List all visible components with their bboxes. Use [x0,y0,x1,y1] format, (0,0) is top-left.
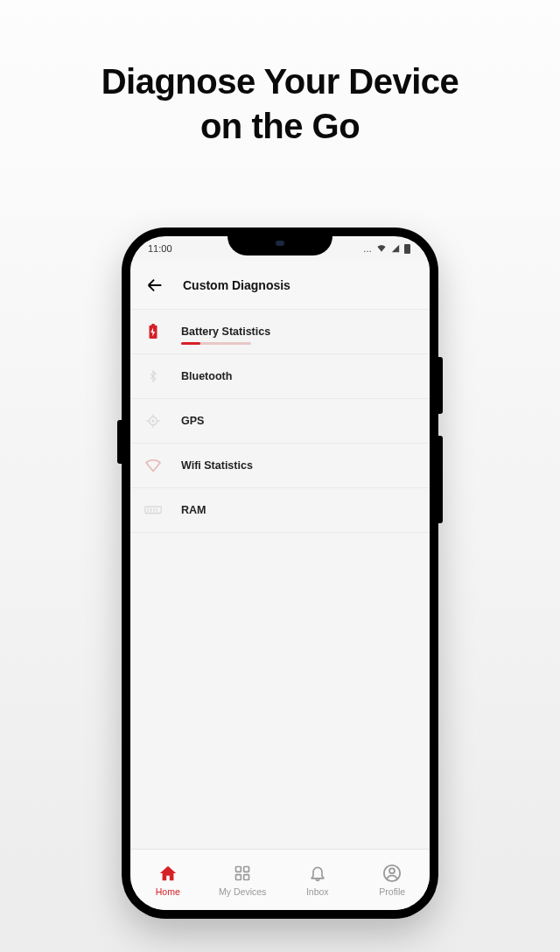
nav-label: Profile [379,886,405,897]
svg-point-10 [389,868,395,873]
progress-fill [181,342,200,345]
status-icons: … [363,244,410,254]
ram-icon [144,501,162,519]
nav-inbox[interactable]: Inbox [280,850,355,910]
back-arrow-icon [145,276,164,295]
list-item-ram[interactable]: RAM [130,488,430,533]
devices-icon [233,864,252,883]
bluetooth-icon [144,368,162,385]
nav-label: Inbox [306,886,329,897]
signal-icon [390,244,401,253]
list-item-battery[interactable]: Battery Statistics [130,310,430,354]
item-label: Wifi Statistics [181,459,253,472]
svg-rect-6 [244,866,249,872]
bottom-nav: Home My Devices Inbox [130,849,430,910]
list-item-gps[interactable]: GPS [130,399,430,444]
nav-profile[interactable]: Profile [355,850,430,910]
svg-point-3 [152,420,155,423]
bell-icon [308,864,327,883]
back-button[interactable] [143,273,167,298]
header-title: Custom Diagnosis [183,278,290,292]
battery-status-icon [404,244,410,254]
nav-devices[interactable]: My Devices [206,850,281,910]
marketing-heading: Diagnose Your Device on the Go [0,0,560,149]
home-icon [158,864,178,883]
phone-notch [228,236,332,256]
nav-home[interactable]: Home [130,850,206,910]
nav-label: Home [156,886,180,897]
battery-icon [144,323,162,340]
status-time: 11:00 [148,243,172,254]
svg-rect-8 [244,875,249,880]
more-icon: … [363,244,373,254]
item-label: GPS [181,415,204,427]
svg-rect-5 [236,866,242,872]
wifi-status-icon [376,244,387,253]
item-label: RAM [181,504,206,516]
item-label: Battery Statistics [181,326,270,338]
gps-icon [144,412,162,430]
diagnosis-list: Battery Statistics Bluetooth GPS [130,310,430,533]
nav-label: My Devices [219,886,266,897]
svg-rect-7 [236,875,242,880]
item-label: Bluetooth [181,370,232,382]
profile-icon [382,864,402,883]
phone-mockup: 11:00 … Custom Diagnosis [122,228,438,919]
progress-bar [181,342,251,345]
list-item-wifi[interactable]: Wifi Statistics [130,444,430,488]
heading-line2: on the Go [200,107,360,145]
wifi-icon [144,457,162,474]
svg-rect-1 [151,324,155,326]
app-header: Custom Diagnosis [130,261,430,310]
heading-line1: Diagnose Your Device [102,62,459,101]
phone-screen: 11:00 … Custom Diagnosis [130,236,430,910]
list-item-bluetooth[interactable]: Bluetooth [130,354,430,399]
